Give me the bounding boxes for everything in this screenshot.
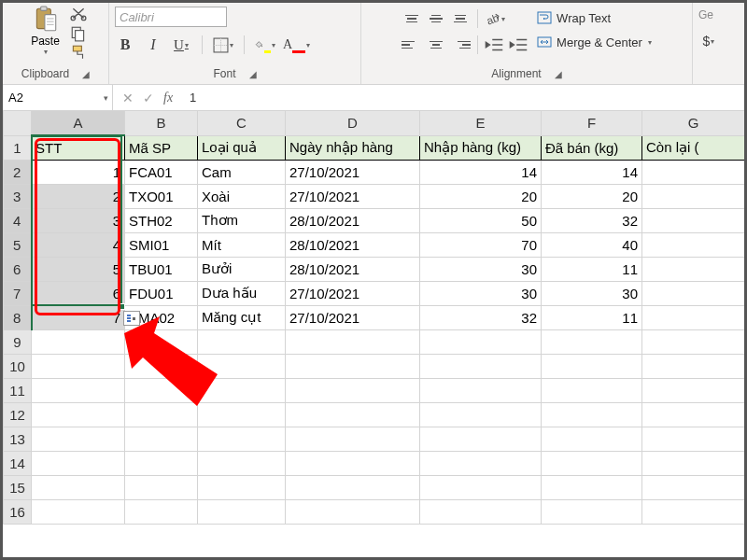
- cell[interactable]: 4: [32, 232, 125, 257]
- name-box-dropdown-icon[interactable]: ▾: [104, 93, 108, 103]
- paste-dropdown-icon[interactable]: ▾: [44, 48, 48, 56]
- table-header-cell[interactable]: Nhập hàng (kg): [420, 135, 542, 160]
- cell[interactable]: [32, 475, 125, 499]
- cell[interactable]: Dưa hấu: [198, 281, 286, 305]
- col-header-D[interactable]: D: [286, 111, 420, 135]
- cell[interactable]: FCA01: [125, 160, 198, 184]
- cell[interactable]: [642, 451, 745, 475]
- cell[interactable]: 28/10/2021: [286, 257, 420, 281]
- cell[interactable]: Cam: [198, 160, 286, 184]
- cell[interactable]: 32: [420, 305, 542, 329]
- cell[interactable]: [420, 378, 542, 402]
- cell[interactable]: [642, 329, 745, 354]
- cell[interactable]: Xoài: [198, 184, 286, 208]
- cut-icon[interactable]: [70, 7, 87, 23]
- font-dialog-launcher-icon[interactable]: ◢: [249, 69, 257, 79]
- cell[interactable]: [420, 451, 542, 475]
- cell[interactable]: 32: [542, 208, 642, 232]
- cell[interactable]: TXO01: [125, 184, 198, 208]
- cell[interactable]: [420, 354, 542, 378]
- cell[interactable]: [642, 208, 745, 232]
- cell[interactable]: [198, 427, 286, 451]
- row-header-8[interactable]: 8: [4, 305, 32, 329]
- cell[interactable]: Mít: [198, 232, 286, 257]
- col-header-A[interactable]: A: [32, 111, 125, 135]
- cell[interactable]: [286, 499, 420, 524]
- cell[interactable]: [542, 354, 642, 378]
- cell[interactable]: 20: [420, 184, 542, 208]
- align-middle-button[interactable]: [426, 9, 446, 28]
- column-headers[interactable]: A B C D E F G: [4, 111, 745, 135]
- row-header-5[interactable]: 5: [4, 232, 32, 257]
- row-header-13[interactable]: 13: [4, 427, 32, 451]
- row-header-2[interactable]: 2: [4, 160, 32, 184]
- font-color-button[interactable]: A▾: [283, 35, 310, 55]
- clipboard-dialog-launcher-icon[interactable]: ◢: [82, 69, 90, 79]
- bold-button[interactable]: B: [115, 35, 135, 55]
- cell[interactable]: [286, 475, 420, 499]
- cell[interactable]: FDU01: [125, 281, 198, 305]
- fill-handle[interactable]: [119, 303, 125, 310]
- cell[interactable]: [198, 475, 286, 499]
- cell[interactable]: 70: [420, 232, 542, 257]
- align-right-button[interactable]: [450, 35, 471, 54]
- cell[interactable]: [32, 378, 125, 402]
- cell[interactable]: [286, 451, 420, 475]
- autofill-options-button[interactable]: [123, 311, 140, 326]
- cell[interactable]: 5: [32, 257, 125, 281]
- table-header-cell[interactable]: Đã bán (kg): [542, 135, 642, 160]
- cell[interactable]: 20: [542, 184, 642, 208]
- cell[interactable]: [198, 329, 286, 354]
- cell[interactable]: [542, 451, 642, 475]
- cell[interactable]: [642, 354, 745, 378]
- row-header-10[interactable]: 10: [4, 354, 32, 378]
- cell[interactable]: Bưởi: [198, 257, 286, 281]
- cell[interactable]: [642, 257, 745, 281]
- cell[interactable]: [286, 354, 420, 378]
- row-header-1[interactable]: 1: [4, 135, 32, 160]
- cell[interactable]: Thơm: [198, 208, 286, 232]
- cancel-formula-icon[interactable]: ✕: [122, 91, 134, 105]
- cell[interactable]: 30: [420, 257, 542, 281]
- enter-formula-icon[interactable]: ✓: [143, 91, 154, 105]
- cell[interactable]: [125, 329, 198, 354]
- cell[interactable]: [642, 160, 745, 184]
- align-left-button[interactable]: [402, 35, 422, 54]
- row-header-3[interactable]: 3: [4, 184, 32, 208]
- cell[interactable]: [32, 451, 125, 475]
- table-header-cell[interactable]: Mã SP: [125, 135, 198, 160]
- cell[interactable]: [286, 402, 420, 427]
- cell[interactable]: STH02: [125, 208, 198, 232]
- orientation-button[interactable]: ab▾: [485, 8, 505, 29]
- cell[interactable]: [32, 402, 125, 427]
- col-header-B[interactable]: B: [125, 111, 198, 135]
- cell[interactable]: 27/10/2021: [286, 184, 420, 208]
- cell[interactable]: [642, 475, 745, 499]
- align-top-button[interactable]: [402, 9, 422, 28]
- decrease-indent-button[interactable]: [485, 35, 505, 55]
- worksheet-grid[interactable]: A B C D E F G 1STTMã SPLoại quảNgày nhập…: [3, 111, 744, 557]
- paste-button[interactable]: Paste ▾: [25, 5, 66, 56]
- cell[interactable]: [542, 475, 642, 499]
- cell[interactable]: 40: [542, 232, 642, 257]
- row-header-16[interactable]: 16: [4, 499, 32, 524]
- cell[interactable]: [286, 329, 420, 354]
- increase-indent-button[interactable]: [509, 35, 529, 55]
- merge-center-button[interactable]: Merge & Center ▾: [537, 33, 652, 51]
- cell[interactable]: [542, 402, 642, 427]
- cell[interactable]: [286, 427, 420, 451]
- cell[interactable]: 7: [32, 305, 125, 329]
- cell[interactable]: SMI01: [125, 232, 198, 257]
- cell[interactable]: [32, 427, 125, 451]
- cell[interactable]: 1: [32, 160, 125, 184]
- cell[interactable]: 28/10/2021: [286, 232, 420, 257]
- alignment-dialog-launcher-icon[interactable]: ◢: [555, 69, 562, 79]
- cell[interactable]: [642, 378, 745, 402]
- cell[interactable]: [642, 281, 745, 305]
- cell[interactable]: [542, 378, 642, 402]
- accounting-format-button[interactable]: $▾: [698, 31, 719, 51]
- cell[interactable]: 2: [32, 184, 125, 208]
- cell[interactable]: [642, 184, 745, 208]
- row-header-11[interactable]: 11: [4, 378, 32, 402]
- cell[interactable]: [125, 402, 198, 427]
